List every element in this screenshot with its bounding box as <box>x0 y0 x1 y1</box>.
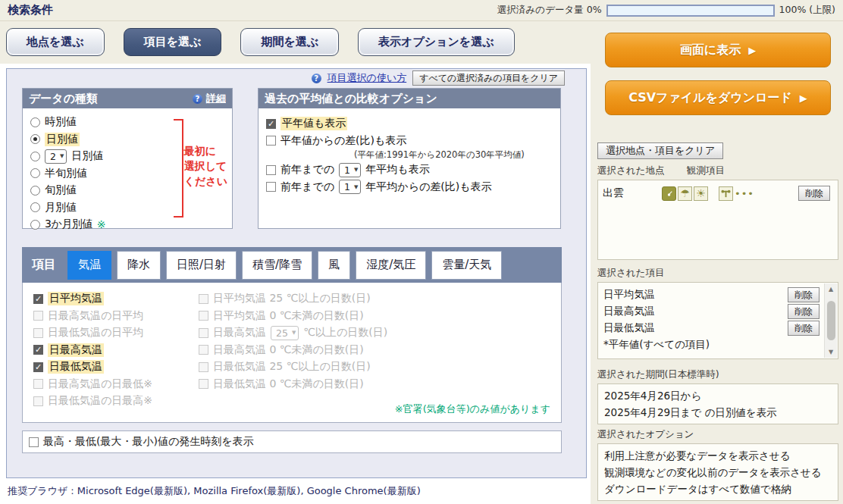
delete-item-button[interactable]: 削除 <box>788 304 819 319</box>
delete-item-button[interactable]: 削除 <box>788 287 819 302</box>
radio-label[interactable]: 半旬別値 <box>45 167 87 180</box>
tab-select-display-option[interactable]: 表示オプションを選ぶ <box>358 28 514 56</box>
tab-temperature[interactable]: 気温 <box>67 251 111 280</box>
radio-label[interactable]: 3か月別値 <box>45 218 92 231</box>
scroll-thumb[interactable] <box>827 301 835 340</box>
checkbox-label: 日最低気温 25 ℃以上の日数(日) <box>213 360 371 374</box>
radio-label[interactable]: 時別値 <box>45 115 77 129</box>
checkbox-checked-icon[interactable] <box>266 119 276 129</box>
check-daily-max-temp[interactable]: 日最高気温 <box>33 342 199 359</box>
items-scrollbar[interactable]: ▲ ▼ <box>824 283 837 358</box>
tab-snow[interactable]: 積雪/降雪 <box>242 251 312 280</box>
tab-sunshine[interactable]: 日照/日射 <box>166 251 237 280</box>
check-daily-mean-of-max[interactable]: 日最高気温の日平均 <box>33 308 199 325</box>
check-days-min-below-0[interactable]: 日最低気温 0 ℃未満の日数(日) <box>199 376 561 393</box>
years-select[interactable]: 1▼ <box>339 163 361 177</box>
tab-select-period[interactable]: 期間を選ぶ <box>240 28 339 56</box>
tab-wind[interactable]: 風 <box>318 251 350 280</box>
tab-select-station[interactable]: 地点を選ぶ <box>6 28 105 56</box>
radio-monthly[interactable]: 月別値 <box>30 199 232 217</box>
station-name: 出雲 <box>603 186 662 200</box>
observation-icons: ☂ ☀ <box>662 186 708 201</box>
check-daily-min-of-max[interactable]: 日最高気温の日最低※ <box>33 376 199 393</box>
checkbox-label[interactable]: 前年までの <box>280 180 334 194</box>
checkbox-icon[interactable] <box>266 136 276 146</box>
csv-download-button[interactable]: CSVファイルをダウンロード ▶ <box>605 80 831 115</box>
normals-all-items-note: *平年値(すべての項目) <box>603 337 819 353</box>
radio-hourly[interactable]: 時別値 <box>30 114 232 131</box>
tab-cloud-weather[interactable]: 雲量/天気 <box>431 251 502 280</box>
check-daily-min-temp[interactable]: 日最低気温 <box>33 358 199 376</box>
show-on-screen-button[interactable]: 画面に表示 ▶ <box>605 33 831 67</box>
checkbox-label[interactable]: 年平均からの差(比)も表示 <box>365 180 491 194</box>
checkbox-label[interactable]: 日平均気温 <box>48 292 104 305</box>
tab-precipitation[interactable]: 降水 <box>117 251 161 280</box>
check-days-max-over-threshold[interactable]: 日最高気温 25▼ ℃以上の日数(日) <box>199 324 561 342</box>
checkbox-label: 日平均気温 25 ℃以上の日数(日) <box>213 292 371 305</box>
data-type-header: データの種類 ? 詳細 <box>23 89 232 108</box>
tab-humidity-pressure[interactable]: 湿度/気圧 <box>356 251 426 280</box>
usage-help-link[interactable]: 項目選択の使い方 <box>327 71 407 85</box>
delete-item-button[interactable]: 削除 <box>788 321 819 336</box>
years-diff-select[interactable]: 1▼ <box>339 180 361 194</box>
tab-select-item[interactable]: 項目を選ぶ <box>124 28 222 56</box>
checkbox-label: ℃以上の日数(日) <box>303 326 387 340</box>
option-line: 利用上注意が必要なデータを表示させる <box>604 447 832 464</box>
delete-station-button[interactable]: 削除 <box>798 186 830 201</box>
checkbox-label[interactable]: 年平均も表示 <box>365 163 429 177</box>
radio-icon-selected[interactable] <box>30 134 40 144</box>
radio-icon[interactable] <box>30 152 40 161</box>
scroll-down-icon[interactable]: ▼ <box>829 346 833 358</box>
check-diff-from-normals[interactable]: 平年値からの差(比)も表示 <box>266 133 560 150</box>
selected-period-box: 2025年4月26日から 2025年4月29日まで の日別値を表示 <box>597 383 838 424</box>
clear-station-items-button[interactable]: 選択地点・項目をクリア <box>597 142 723 159</box>
radio-icon[interactable] <box>30 117 40 127</box>
checkbox-label[interactable]: 最高・最低(最大・最小)値の発生時刻を表示 <box>43 435 254 449</box>
n-daily-select[interactable]: 2▼ <box>45 149 67 164</box>
checkbox-label: 日最高気温の日平均 <box>48 309 143 323</box>
data-type-detail-link[interactable]: 詳細 <box>206 92 226 105</box>
radio-label[interactable]: 日別値 <box>71 149 103 163</box>
check-prev-years-average[interactable]: 前年までの 1▼ 年平均も表示 <box>266 161 560 179</box>
checkbox-label[interactable]: 日最高気温 <box>48 343 104 357</box>
recommended-browsers: 推奨ブラウザ : Microsoft Edge(最新版), Mozilla Fi… <box>8 484 421 498</box>
checkbox-label[interactable]: 前年までの <box>280 163 334 177</box>
scroll-up-icon[interactable]: ▲ <box>829 283 833 295</box>
checkbox-icon[interactable] <box>266 165 276 175</box>
clear-all-items-button[interactable]: すべての選択済みの項目をクリア <box>412 70 565 86</box>
check-daily-mean-temp[interactable]: 日平均気温 <box>33 290 199 308</box>
checkbox-icon[interactable] <box>29 437 39 447</box>
help-icon[interactable]: ? <box>312 74 321 83</box>
check-days-min-over-25[interactable]: 日最低気温 25 ℃以上の日数(日) <box>199 358 561 376</box>
checkbox-icon[interactable] <box>266 182 276 192</box>
radio-icon[interactable] <box>30 202 40 212</box>
checkbox-disabled-icon <box>199 328 208 338</box>
selected-item-row: 日平均気温 削除 <box>603 286 819 303</box>
checkbox-checked-icon[interactable] <box>33 294 43 304</box>
radio-icon[interactable] <box>30 186 40 196</box>
check-days-max-below-0[interactable]: 日最高気温 0 ℃未満の日数(日) <box>199 342 561 359</box>
check-daily-mean-of-min[interactable]: 日最低気温の日平均 <box>33 324 199 342</box>
checkbox-label[interactable]: 日最低気温 <box>48 360 104 374</box>
chevron-down-icon: ▼ <box>292 330 296 336</box>
check-prev-years-diff[interactable]: 前年までの 1▼ 年平均からの差(比)も表示 <box>266 179 560 196</box>
checkbox-checked-icon[interactable] <box>33 362 43 372</box>
data-type-help-icon[interactable]: ? <box>193 94 202 104</box>
radio-icon[interactable] <box>30 220 40 230</box>
radio-icon[interactable] <box>30 168 40 178</box>
radio-label[interactable]: 旬別値 <box>45 183 77 197</box>
check-normal-values[interactable]: 平年値も表示 <box>266 115 560 133</box>
checkbox-checked-icon[interactable] <box>33 345 43 355</box>
check-daily-max-of-min[interactable]: 日最低気温の日最高※ <box>33 393 199 410</box>
checkbox-label[interactable]: 平年値からの差(比)も表示 <box>280 134 406 148</box>
check-days-mean-below-0[interactable]: 日平均気温 0 ℃未満の日数(日) <box>199 308 561 325</box>
checkbox-label[interactable]: 平年値も表示 <box>280 117 347 130</box>
comparison-header: 過去の平均値との比較オプション <box>259 89 560 108</box>
radio-three-monthly[interactable]: 3か月別値※ <box>30 216 232 233</box>
checkbox-disabled-icon <box>33 328 43 338</box>
occurrence-time-option[interactable]: 最高・最低(最大・最小)値の発生時刻を表示 <box>22 430 562 453</box>
radio-label[interactable]: 月別値 <box>45 201 77 214</box>
radio-label[interactable]: 日別値 <box>45 133 80 146</box>
check-days-mean-over-25[interactable]: 日平均気温 25 ℃以上の日数(日) <box>199 290 561 308</box>
select-first-bracket <box>174 119 183 218</box>
